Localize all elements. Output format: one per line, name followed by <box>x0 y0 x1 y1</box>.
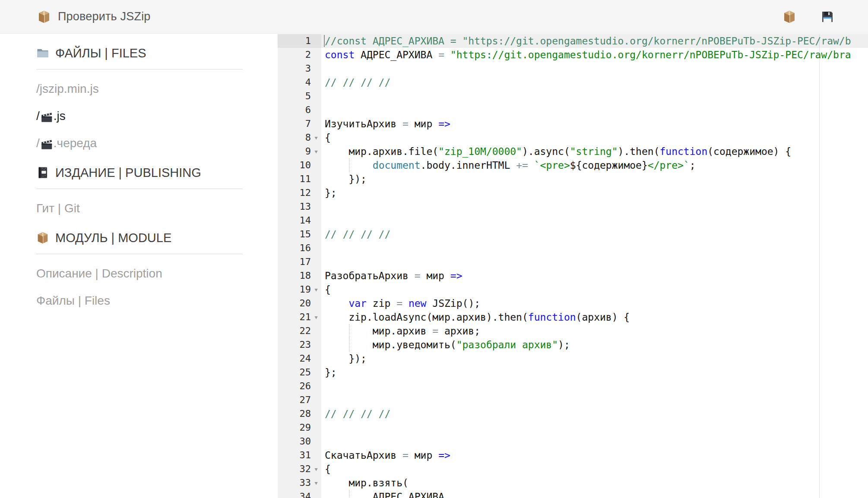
code-line[interactable]: 4▾// // // // <box>278 76 868 89</box>
code-line[interactable]: 9▾ мир.архив.file("zip_10M/0000").async(… <box>278 145 868 158</box>
token-plain: мир.уведомить( <box>325 339 456 350</box>
sidebar-file-jszip-min-js[interactable]: /jszip.min.js <box>36 81 278 97</box>
token-keyword: => <box>438 450 450 461</box>
code-line[interactable]: 10▾ document.body.innerHTML += `<pre>${с… <box>278 158 868 172</box>
token-plain: zip <box>367 298 396 309</box>
code-line-text: ИзучитьАрхив = мир => <box>321 117 868 131</box>
code-line-text: }; <box>321 186 868 200</box>
code-line-text: const АДРЕС_АРХИВА = "https://git.openga… <box>321 48 868 62</box>
token-keyword: var <box>348 298 367 309</box>
sidebar: ФАЙЛЫ | FILES/jszip.min.js/.js/.чередаИЗ… <box>0 34 278 498</box>
code-line[interactable]: 30▾ <box>278 435 868 448</box>
code-line[interactable]: 17▾ <box>278 255 868 269</box>
code-line[interactable]: 29▾ <box>278 421 868 435</box>
gutter-line-number: 16▾ <box>278 241 321 255</box>
code-line[interactable]: 7▾ИзучитьАрхив = мир => <box>278 117 868 131</box>
code-line[interactable]: 32▾{ <box>278 462 868 476</box>
sidebar-item-git[interactable]: Гит | Git <box>36 201 278 216</box>
code-line[interactable]: 23▾ мир.уведомить("разобрали архив"); <box>278 338 868 352</box>
code-line-text <box>321 214 868 227</box>
token-plain: мир.архив.file( <box>325 146 438 157</box>
token-string: "string" <box>570 146 618 157</box>
app-header: Проверить JSZip <box>0 0 868 34</box>
token-plain: ); <box>558 339 570 350</box>
sidebar-section-label: ИЗДАНИЕ | PUBLISHING <box>55 164 201 181</box>
code-line[interactable]: 28▾// // // // <box>278 407 868 421</box>
app-title: Проверить JSZip <box>58 10 151 23</box>
token-string: </pre>` <box>648 160 690 171</box>
sidebar-section-label: ФАЙЛЫ | FILES <box>55 44 146 62</box>
module-button[interactable] <box>782 10 796 24</box>
sidebar-item-description[interactable]: Описание | Description <box>36 266 278 281</box>
code-line[interactable]: 11▾ }); <box>278 172 868 186</box>
gutter-line-number: 5▾ <box>278 89 321 103</box>
token-plain: мир.архив <box>325 325 432 337</box>
fold-toggle-icon[interactable]: ▾ <box>311 131 321 145</box>
fold-toggle-icon[interactable]: ▾ <box>311 462 321 476</box>
sidebar-file-scenario-chereda[interactable]: /.череда <box>36 136 278 151</box>
token-plain: АДРЕС_АРХИВА <box>355 49 438 60</box>
fold-toggle-icon[interactable]: ▾ <box>311 283 321 296</box>
code-editor[interactable]: 1▾//const АДРЕС_АРХИВА = "https://git.op… <box>278 34 868 498</box>
save-button[interactable] <box>820 10 834 24</box>
code-line[interactable]: 22▾ мир.архив = архив; <box>278 324 868 338</box>
indent-guide <box>349 324 349 338</box>
code-line[interactable]: 13▾ <box>278 200 868 214</box>
code-line[interactable]: 5▾ <box>278 89 868 103</box>
code-line[interactable]: 12▾}; <box>278 186 868 200</box>
gutter-line-number: 32▾ <box>278 462 321 476</box>
token-keyword: function <box>659 146 707 157</box>
fold-toggle-icon[interactable]: ▾ <box>311 476 321 490</box>
code-lines: 1▾//const АДРЕС_АРХИВА = "https://git.op… <box>278 34 868 498</box>
app-title-group: Проверить JSZip <box>37 10 151 24</box>
sidebar-item-label: .js <box>54 108 66 124</box>
code-line-text: мир.архив.file("zip_10M/0000").async("st… <box>321 145 868 158</box>
token-plain: ).async( <box>522 146 570 157</box>
code-line[interactable]: 19▾{ <box>278 283 868 296</box>
code-line[interactable]: 26▾ <box>278 379 868 393</box>
token-operator: = <box>402 118 409 129</box>
fold-toggle-icon[interactable]: ▾ <box>311 310 321 324</box>
sidebar-file-scenario-js[interactable]: /.js <box>36 108 278 124</box>
code-line[interactable]: 14▾ <box>278 214 868 227</box>
code-line-text: }); <box>321 352 868 366</box>
code-line-text: РазобратьАрхив = мир => <box>321 269 868 283</box>
code-line-text: АДРЕС_АРХИВА <box>321 490 868 498</box>
gutter-line-number: 2▾ <box>278 48 321 62</box>
clapper-icon <box>40 137 54 150</box>
fold-toggle-icon[interactable]: ▾ <box>311 145 321 158</box>
token-keyword: => <box>438 118 450 129</box>
token-string: `<pre> <box>534 160 570 171</box>
code-line[interactable]: 27▾ <box>278 393 868 407</box>
code-line[interactable]: 3▾ <box>278 62 868 76</box>
code-line[interactable]: 15▾// // // // <box>278 227 868 241</box>
code-line-text: document.body.innerHTML += `<pre>${содер… <box>321 158 868 172</box>
code-line[interactable]: 1▾//const АДРЕС_АРХИВА = "https://git.op… <box>278 34 868 48</box>
token-keyword: new <box>409 298 427 309</box>
token-plain: СкачатьАрхив <box>325 450 402 461</box>
token-keyword: const <box>325 49 355 60</box>
gutter-line-number: 25▾ <box>278 366 321 379</box>
sidebar-item-files[interactable]: Файлы | Files <box>36 293 278 309</box>
code-line[interactable]: 34▾ АДРЕС_АРХИВА <box>278 490 868 498</box>
sidebar-item-label: /jszip.min.js <box>36 81 99 97</box>
token-plain: мир <box>409 450 438 461</box>
code-line-text: //const АДРЕС_АРХИВА = "https://git.open… <box>321 34 868 48</box>
notebook-icon <box>36 166 49 179</box>
code-line[interactable]: 16▾ <box>278 241 868 255</box>
code-line[interactable]: 21▾ zip.loadAsync(мир.архив).then(functi… <box>278 310 868 324</box>
gutter-line-number: 6▾ <box>278 103 321 117</box>
sidebar-item-label: .череда <box>54 136 97 151</box>
code-line[interactable]: 31▾СкачатьАрхив = мир => <box>278 448 868 462</box>
code-line[interactable]: 24▾ }); <box>278 352 868 366</box>
code-line[interactable]: 25▾}; <box>278 366 868 379</box>
code-line[interactable]: 18▾РазобратьАрхив = мир => <box>278 269 868 283</box>
token-plain: РазобратьАрхив <box>325 270 415 281</box>
code-line[interactable]: 8▾{ <box>278 131 868 145</box>
code-line[interactable]: 20▾ var zip = new JSZip(); <box>278 296 868 310</box>
code-line[interactable]: 2▾const АДРЕС_АРХИВА = "https://git.open… <box>278 48 868 62</box>
code-line[interactable]: 6▾ <box>278 103 868 117</box>
token-plain: }); <box>325 173 367 185</box>
code-line[interactable]: 33▾ мир.взять( <box>278 476 868 490</box>
gutter-line-number: 8▾ <box>278 131 321 145</box>
